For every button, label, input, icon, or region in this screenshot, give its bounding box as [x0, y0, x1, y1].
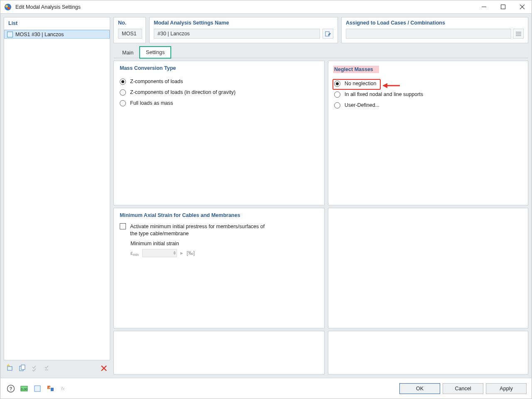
- list-body[interactable]: MOS1 #30 | Lanczos: [4, 30, 110, 360]
- tab-main[interactable]: Main: [116, 47, 140, 58]
- close-button[interactable]: [512, 1, 532, 13]
- list-picker-icon: [515, 31, 522, 37]
- uncheck-button: [42, 363, 53, 374]
- svg-rect-15: [516, 33, 521, 34]
- color-square-icon: [33, 384, 42, 393]
- radio-label: No neglection: [345, 81, 376, 86]
- radio-label: Full loads as mass: [130, 100, 173, 106]
- assigned-value: [346, 29, 511, 39]
- strain-unit: [‰]: [187, 250, 195, 256]
- svg-marker-18: [382, 83, 387, 88]
- radio-label: In all fixed nodal and line supports: [345, 91, 423, 97]
- radio-icon: [334, 91, 340, 98]
- min-strain-card: Minimum Axial Strain for Cables and Memb…: [113, 208, 325, 328]
- pencil-icon: [325, 31, 331, 37]
- units-button[interactable]: 0,00: [19, 383, 30, 394]
- name-panel: Modal Analysis Settings Name #30 | Lancz…: [149, 17, 338, 43]
- rename-button[interactable]: A: [45, 383, 56, 394]
- svg-text:A: A: [49, 386, 51, 389]
- radio-label: User-Defined...: [345, 102, 379, 108]
- empty-card-bottom-right: [328, 331, 528, 374]
- radio-label: Z-components of loads: [130, 79, 183, 84]
- svg-rect-9: [21, 365, 25, 369]
- mass-opt-full[interactable]: Full loads as mass: [120, 98, 318, 108]
- svg-rect-16: [516, 35, 521, 36]
- svg-rect-25: [51, 388, 54, 391]
- color-button[interactable]: [32, 383, 43, 394]
- radio-icon: [120, 100, 126, 106]
- ok-button[interactable]: OK: [399, 383, 440, 394]
- assigned-pick-button[interactable]: [513, 29, 524, 39]
- svg-rect-2: [7, 7, 10, 9]
- svg-text:0,00: 0,00: [21, 387, 27, 391]
- tab-settings[interactable]: Settings: [140, 47, 171, 58]
- list-header: List: [4, 17, 110, 30]
- list-toolbar: [4, 360, 110, 374]
- check-icon: [31, 365, 39, 372]
- neglect-opt-fixed[interactable]: In all fixed nodal and line supports: [334, 89, 522, 100]
- cancel-button[interactable]: Cancel: [443, 383, 483, 394]
- name-label: Modal Analysis Settings Name: [154, 20, 333, 26]
- delete-icon: [100, 365, 108, 372]
- radio-icon: [334, 81, 340, 87]
- name-value: #30 | Lanczos: [154, 29, 320, 39]
- copy-icon: [19, 365, 26, 372]
- mass-opt-z[interactable]: Z-components of loads: [120, 76, 318, 87]
- apply-button[interactable]: Apply: [486, 383, 527, 394]
- mass-opt-z-gravity[interactable]: Z-components of loads (in direction of g…: [120, 87, 318, 98]
- maximize-button[interactable]: [493, 1, 512, 13]
- new-icon: [6, 365, 14, 372]
- list-panel: List MOS1 #30 | Lanczos: [4, 17, 110, 360]
- fx-icon: fx: [60, 384, 68, 393]
- units-icon: 0,00: [20, 384, 28, 393]
- app-icon: [4, 3, 12, 11]
- empty-card-bottom-left: [113, 331, 325, 374]
- assigned-label: Assigned to Load Cases / Combinations: [346, 20, 524, 26]
- neglect-title: Neglect Masses: [333, 66, 379, 73]
- list-item-color-icon: [7, 32, 13, 37]
- list-item[interactable]: MOS1 #30 | Lanczos: [4, 30, 110, 39]
- radio-label: Z-components of loads (in direction of g…: [130, 89, 236, 95]
- rename-icon: A: [47, 384, 55, 393]
- uncheck-icon: [44, 365, 51, 372]
- list-item-label: MOS1 #30 | Lanczos: [15, 32, 64, 37]
- minimize-button[interactable]: [474, 1, 493, 13]
- checkbox-icon: [120, 223, 126, 229]
- checkbox-label: Activate minimum initial prestress for m…: [130, 223, 267, 237]
- min-strain-sublabel: Minimum initial strain: [131, 241, 318, 246]
- mass-conversion-title: Mass Conversion Type: [120, 65, 318, 71]
- no-panel: No. MOS1: [113, 17, 146, 43]
- activate-prestress-checkbox[interactable]: Activate minimum initial prestress for m…: [120, 223, 318, 237]
- svg-text:?: ?: [10, 386, 12, 391]
- assigned-panel: Assigned to Load Cases / Combinations: [341, 17, 528, 43]
- edit-name-button[interactable]: [323, 29, 333, 39]
- tab-strip: Main Settings: [113, 46, 528, 58]
- help-button[interactable]: ?: [5, 383, 16, 394]
- neglect-masses-card: Neglect Masses No neglection: [328, 61, 528, 205]
- neglect-opt-none[interactable]: No neglection: [334, 78, 522, 89]
- radio-icon: [334, 102, 340, 108]
- min-strain-title: Minimum Axial Strain for Cables and Memb…: [120, 212, 318, 218]
- svg-text:fx: fx: [61, 386, 65, 391]
- copy-item-button[interactable]: [17, 363, 28, 374]
- check-button: [30, 363, 40, 374]
- svg-rect-14: [516, 32, 521, 33]
- no-label: No.: [118, 20, 141, 26]
- delete-item-button[interactable]: [99, 363, 109, 374]
- fx-button: fx: [59, 383, 69, 394]
- no-value: MOS1: [118, 29, 142, 39]
- arrow-right-icon: ▸: [180, 250, 183, 256]
- strain-symbol: εmin: [131, 250, 139, 256]
- min-strain-input: [142, 249, 177, 257]
- neglect-opt-user[interactable]: User-Defined...: [334, 100, 522, 111]
- window-title: Edit Modal Analysis Settings: [15, 4, 81, 10]
- help-icon: ?: [7, 384, 15, 393]
- svg-rect-23: [34, 386, 40, 392]
- mass-conversion-card: Mass Conversion Type Z-components of loa…: [113, 61, 325, 205]
- radio-icon: [120, 79, 126, 85]
- radio-icon: [120, 89, 126, 96]
- dialog-footer: ? 0,00 A fx OK Cancel Apply: [0, 378, 532, 399]
- new-item-button[interactable]: [5, 363, 15, 374]
- empty-card-right: [328, 208, 528, 328]
- svg-rect-4: [501, 5, 505, 9]
